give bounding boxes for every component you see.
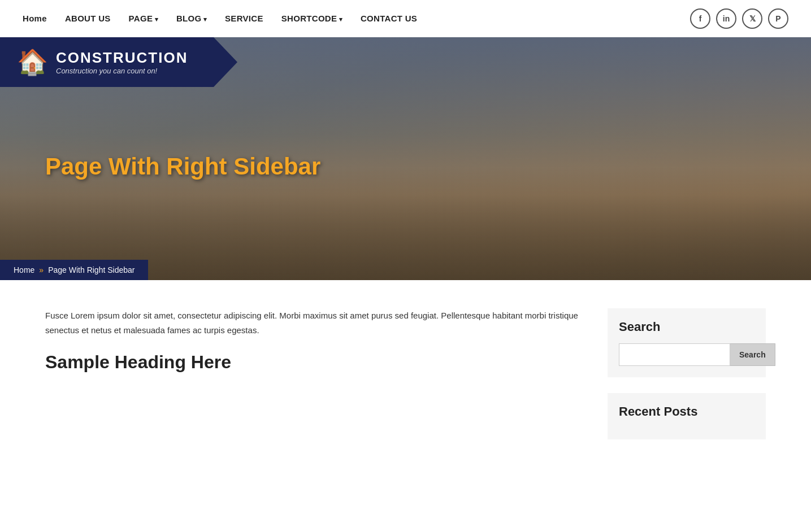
- nav-link-blog[interactable]: BLOG: [176, 14, 207, 23]
- intro-paragraph: Fusce Lorem ipsum dolor sit amet, consec…: [45, 308, 585, 338]
- recent-posts-widget: Recent Posts: [608, 393, 766, 439]
- breadcrumb-home[interactable]: Home: [14, 265, 34, 274]
- hero-page-title: Page With Right Sidebar: [45, 153, 320, 180]
- breadcrumb-separator: »: [39, 265, 44, 274]
- logo-text-block: CONSTRUCTION Construction you can count …: [56, 49, 188, 75]
- nav-link-home[interactable]: Home: [23, 14, 47, 23]
- content-wrapper: Fusce Lorem ipsum dolor sit amet, consec…: [0, 280, 811, 473]
- search-input[interactable]: [619, 343, 730, 366]
- recent-posts-title: Recent Posts: [619, 404, 754, 419]
- logo-subtitle: Construction you can count on!: [56, 67, 188, 75]
- logo-title: CONSTRUCTION: [56, 49, 188, 67]
- nav-link-page[interactable]: PAGE: [129, 14, 158, 23]
- search-row: Search: [619, 343, 754, 366]
- search-button[interactable]: Search: [730, 343, 775, 366]
- nav-link-about-us[interactable]: ABOUT US: [65, 14, 111, 23]
- facebook-icon[interactable]: f: [690, 8, 710, 29]
- main-content: Fusce Lorem ipsum dolor sit amet, consec…: [45, 308, 585, 439]
- breadcrumb: Home » Page With Right Sidebar: [0, 260, 148, 280]
- main-nav: HomeABOUT USPAGEBLOGSERVICESHORTCODECONT…: [0, 0, 811, 37]
- search-title: Search: [619, 320, 754, 334]
- nav-link-service[interactable]: SERVICE: [225, 14, 263, 23]
- social-icons: fin𝕏P: [690, 8, 788, 29]
- hero-banner: 🏠 CONSTRUCTION Construction you can coun…: [0, 37, 811, 280]
- nav-link-contact-us[interactable]: CONTACT US: [361, 14, 417, 23]
- breadcrumb-current: Page With Right Sidebar: [48, 265, 135, 274]
- sidebar: Search Search Recent Posts: [608, 308, 766, 439]
- linkedin-icon[interactable]: in: [716, 8, 736, 29]
- logo-icon: 🏠: [17, 47, 48, 77]
- pinterest-icon[interactable]: P: [768, 8, 788, 29]
- nav-link-shortcode[interactable]: SHORTCODE: [281, 14, 342, 23]
- sample-heading: Sample Heading Here: [45, 352, 585, 373]
- search-widget: Search Search: [608, 308, 766, 377]
- nav-links: HomeABOUT USPAGEBLOGSERVICESHORTCODECONT…: [23, 14, 690, 24]
- logo-container: 🏠 CONSTRUCTION Construction you can coun…: [0, 37, 237, 87]
- twitter-icon[interactable]: 𝕏: [742, 8, 762, 29]
